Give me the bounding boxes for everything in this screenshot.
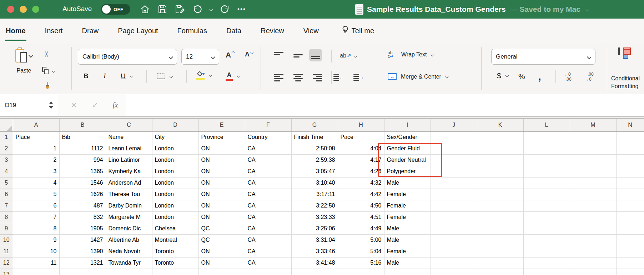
cell-A13[interactable] bbox=[13, 269, 59, 275]
cell-K9[interactable] bbox=[477, 223, 523, 234]
cell-N7[interactable] bbox=[616, 200, 644, 211]
tab-review[interactable]: Review bbox=[260, 19, 285, 43]
cell-G3[interactable]: 2:59:38 bbox=[291, 154, 338, 166]
orientation-button[interactable]: ab↗ bbox=[340, 52, 357, 59]
cell-A4[interactable]: 3 bbox=[13, 166, 59, 177]
col-header-B[interactable]: B bbox=[59, 119, 106, 131]
cut-button[interactable]: ✂ bbox=[44, 50, 50, 58]
increase-decimal-button[interactable]: .00 →0 bbox=[585, 72, 594, 82]
row-header-9[interactable]: 9 bbox=[0, 223, 13, 234]
cell-N6[interactable] bbox=[616, 189, 644, 200]
number-format-combo[interactable]: General bbox=[491, 49, 595, 65]
row-header-12[interactable]: 12 bbox=[0, 257, 13, 269]
cell-I5[interactable]: Male bbox=[384, 177, 431, 189]
cell-D1[interactable]: City bbox=[152, 131, 198, 143]
tab-view[interactable]: View bbox=[303, 19, 320, 43]
cell-C11[interactable]: Neda Novotr bbox=[106, 246, 152, 257]
home-icon[interactable] bbox=[140, 5, 150, 14]
cell-C4[interactable]: Kymberly Ka bbox=[106, 166, 152, 177]
cell-D8[interactable]: London bbox=[152, 211, 198, 223]
enter-icon[interactable]: ✓ bbox=[92, 101, 99, 110]
cell-M8[interactable] bbox=[570, 211, 616, 223]
cell-B5[interactable]: 1546 bbox=[59, 177, 106, 189]
col-header-F[interactable]: F bbox=[245, 119, 291, 131]
cell-A6[interactable]: 5 bbox=[13, 189, 59, 200]
cell-F8[interactable]: CA bbox=[245, 211, 291, 223]
cell-M1[interactable] bbox=[570, 131, 616, 143]
cell-E9[interactable]: QC bbox=[198, 223, 245, 234]
cell-B11[interactable]: 1390 bbox=[59, 246, 106, 257]
select-all-corner[interactable] bbox=[0, 119, 13, 131]
cell-A2[interactable]: 1 bbox=[13, 143, 59, 154]
align-top-button[interactable] bbox=[274, 52, 283, 60]
borders-chevron-icon[interactable] bbox=[170, 75, 173, 78]
cell-H9[interactable]: 4:49 bbox=[338, 223, 384, 234]
cell-E10[interactable]: QC bbox=[198, 234, 245, 246]
cell-A1[interactable]: Place bbox=[13, 131, 59, 143]
align-left-button[interactable] bbox=[274, 74, 283, 81]
decrease-font-size-button[interactable]: A bbox=[245, 51, 253, 58]
comma-format-button[interactable]: , bbox=[538, 74, 541, 80]
cell-J4[interactable] bbox=[431, 166, 477, 177]
cell-L13[interactable] bbox=[523, 269, 570, 275]
formula-input[interactable] bbox=[126, 94, 644, 116]
cell-D13[interactable] bbox=[152, 269, 198, 275]
cell-N10[interactable] bbox=[616, 234, 644, 246]
wrap-text-button[interactable]: ab c↵ Wrap Text bbox=[388, 51, 433, 58]
col-header-E[interactable]: E bbox=[198, 119, 245, 131]
cell-B9[interactable]: 1905 bbox=[59, 223, 106, 234]
tab-data[interactable]: Data bbox=[226, 19, 242, 43]
cell-K5[interactable] bbox=[477, 177, 523, 189]
name-box-stepper[interactable] bbox=[49, 94, 53, 116]
cell-K8[interactable] bbox=[477, 211, 523, 223]
cell-F2[interactable]: CA bbox=[245, 143, 291, 154]
cell-E3[interactable]: ON bbox=[198, 154, 245, 166]
cell-H3[interactable]: 4:17 bbox=[338, 154, 384, 166]
cell-M12[interactable] bbox=[570, 257, 616, 269]
cell-K4[interactable] bbox=[477, 166, 523, 177]
cell-G10[interactable]: 3:31:04 bbox=[291, 234, 338, 246]
cell-E11[interactable]: ON bbox=[198, 246, 245, 257]
percent-format-button[interactable]: % bbox=[518, 72, 525, 80]
cell-E12[interactable]: ON bbox=[198, 257, 245, 269]
cell-E2[interactable]: ON bbox=[198, 143, 245, 154]
cell-E8[interactable]: ON bbox=[198, 211, 245, 223]
borders-button[interactable] bbox=[157, 73, 172, 79]
cell-M5[interactable] bbox=[570, 177, 616, 189]
cell-J5[interactable] bbox=[431, 177, 477, 189]
cell-J9[interactable] bbox=[431, 223, 477, 234]
cell-L5[interactable] bbox=[523, 177, 570, 189]
cell-K10[interactable] bbox=[477, 234, 523, 246]
font-name-combo[interactable]: Calibri (Body) bbox=[78, 49, 177, 65]
minimize-window-button[interactable] bbox=[20, 6, 27, 13]
cell-I4[interactable]: Polygender bbox=[384, 166, 431, 177]
cell-I9[interactable]: Male bbox=[384, 223, 431, 234]
cell-N1[interactable] bbox=[616, 131, 644, 143]
cell-L10[interactable] bbox=[523, 234, 570, 246]
cell-L11[interactable] bbox=[523, 246, 570, 257]
cell-J6[interactable] bbox=[431, 189, 477, 200]
cell-K3[interactable] bbox=[477, 154, 523, 166]
fill-color-chevron-icon[interactable] bbox=[209, 74, 212, 77]
cell-D4[interactable]: London bbox=[152, 166, 198, 177]
cell-F10[interactable]: CA bbox=[245, 234, 291, 246]
tab-insert[interactable]: Insert bbox=[44, 19, 64, 43]
cell-H2[interactable]: 4:04 bbox=[338, 143, 384, 154]
cell-D7[interactable]: London bbox=[152, 200, 198, 211]
tell-me-button[interactable]: Tell me bbox=[342, 25, 374, 36]
cell-L8[interactable] bbox=[523, 211, 570, 223]
align-middle-button[interactable] bbox=[293, 52, 303, 60]
cell-G1[interactable]: Finish Time bbox=[291, 131, 338, 143]
cell-I2[interactable]: Gender Fluid bbox=[384, 143, 431, 154]
tab-home[interactable]: Home bbox=[5, 19, 26, 43]
currency-format-button[interactable]: $ bbox=[497, 72, 508, 79]
cell-J8[interactable] bbox=[431, 211, 477, 223]
cell-E13[interactable] bbox=[198, 269, 245, 275]
cell-H7[interactable]: 4:50 bbox=[338, 200, 384, 211]
cell-M3[interactable] bbox=[570, 154, 616, 166]
cell-C1[interactable]: Name bbox=[106, 131, 152, 143]
cell-E4[interactable]: ON bbox=[198, 166, 245, 177]
cell-B10[interactable]: 1427 bbox=[59, 234, 106, 246]
cell-H1[interactable]: Pace bbox=[338, 131, 384, 143]
cell-B1[interactable]: Bib bbox=[59, 131, 106, 143]
